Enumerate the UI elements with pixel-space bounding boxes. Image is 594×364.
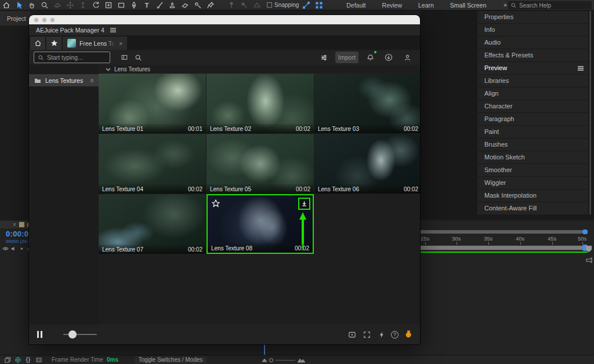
panel-tab-info[interactable]: Info <box>477 24 588 36</box>
tool-dolly-icon[interactable] <box>77 0 89 10</box>
fit-selection-icon[interactable] <box>362 330 371 339</box>
thumbnail-size-slider[interactable] <box>63 330 97 338</box>
toggle-switches-modes-button[interactable]: Toggle Switches / Modes <box>135 356 207 363</box>
filter-sliders-icon[interactable] <box>317 52 331 63</box>
asset-tile-lens-texture-04[interactable]: Lens Texture 0400:02 <box>99 134 206 194</box>
asset-tile-lens-texture-07[interactable]: Lens Texture 0700:02 <box>99 194 206 254</box>
tool-puppet-pin-icon[interactable] <box>204 0 217 10</box>
timeline-zoom-slider[interactable] <box>269 358 273 362</box>
tool-rectangle-icon[interactable] <box>115 0 128 10</box>
panel-tab-effects-presets[interactable]: Effects & Presets <box>477 49 588 61</box>
panel-menu-icon[interactable] <box>578 66 584 71</box>
solo-icon[interactable] <box>19 245 25 252</box>
snapping-checkbox[interactable] <box>267 2 272 8</box>
panel-tab-paragraph[interactable]: Paragraph <box>477 113 588 125</box>
import-button[interactable]: Import <box>335 52 358 63</box>
panel-tab-paint[interactable]: Paint <box>477 126 588 138</box>
tool-clone-stamp-icon[interactable] <box>166 0 179 10</box>
timeline-h-scrollbar[interactable] <box>420 230 582 234</box>
help-icon[interactable]: ? <box>391 331 399 338</box>
favorite-star-icon[interactable] <box>212 199 220 208</box>
workspace-learn[interactable]: Learn <box>418 2 434 9</box>
toggle-sidebar-icon[interactable] <box>117 52 131 63</box>
asset-tile-lens-texture-08-selected[interactable]: Lens Texture 0800:02 <box>207 194 314 254</box>
plugin-menu-icon[interactable] <box>110 28 116 32</box>
panel-tab-properties[interactable]: Properties <box>477 11 588 23</box>
help-search-input[interactable] <box>519 2 589 9</box>
help-search-box[interactable] <box>508 1 592 9</box>
favorites-tab-button[interactable] <box>46 37 61 50</box>
workspace-review[interactable]: Review <box>382 2 402 9</box>
tool-zoom-icon[interactable] <box>38 0 51 10</box>
asset-tile-lens-texture-03[interactable]: Lens Texture 0300:02 <box>314 74 420 133</box>
snap-grid-icon[interactable] <box>313 0 325 10</box>
panel-tab-preview[interactable]: Preview <box>477 62 588 74</box>
snapping-toggle[interactable]: Snapping <box>267 2 299 8</box>
video-visibility-icon[interactable] <box>2 245 9 252</box>
snap-node-icon[interactable] <box>300 0 313 10</box>
tool-home-icon[interactable] <box>0 0 13 10</box>
asset-tile-lens-texture-05[interactable]: Lens Texture 0500:02 <box>207 134 314 194</box>
mask-tracker-icon[interactable] <box>238 0 251 10</box>
home-tab-button[interactable] <box>30 37 45 50</box>
playhead-indicator[interactable] <box>264 344 265 355</box>
panel-tab-wiggler[interactable]: Wiggler <box>477 177 588 189</box>
preview-player-icon[interactable] <box>347 330 357 339</box>
window-titlebar[interactable] <box>29 15 420 24</box>
download-asset-button[interactable] <box>298 198 310 210</box>
aejuice-logo-icon[interactable] <box>404 330 413 339</box>
asset-tile-lens-texture-02[interactable]: Lens Texture 0200:02 <box>207 74 314 133</box>
comp-marker-icon[interactable] <box>585 245 592 253</box>
panel-tab-libraries[interactable]: Libraries <box>477 75 588 87</box>
pause-previews-button[interactable] <box>37 331 42 338</box>
tool-brush-icon[interactable] <box>153 0 166 10</box>
asset-tile-lens-texture-06[interactable]: Lens Texture 0600:02 <box>314 134 420 194</box>
tool-pen-icon[interactable] <box>128 0 140 10</box>
right-panel-scrollbar[interactable] <box>589 11 591 214</box>
timeline-scrollbar-handle[interactable] <box>582 230 588 234</box>
project-panel-tab[interactable]: Project <box>0 11 30 26</box>
tool-roto-brush-icon[interactable] <box>191 0 204 10</box>
account-person-icon[interactable] <box>400 52 414 63</box>
film-frames-icon[interactable] <box>35 356 42 363</box>
tool-orbit-icon[interactable] <box>51 0 64 10</box>
minimize-window-icon[interactable] <box>42 18 46 22</box>
tool-eraser-icon[interactable] <box>179 0 191 10</box>
comp-mini-flowchart-icon[interactable] <box>585 257 593 264</box>
zoom-window-icon[interactable] <box>50 18 55 22</box>
lightning-bolt-icon[interactable] <box>376 330 386 339</box>
downloads-icon[interactable] <box>382 52 396 63</box>
tab-close-icon[interactable]: × <box>119 40 122 47</box>
sidebar-item-lens-textures[interactable]: Lens Textures 8 <box>29 74 99 86</box>
duplicate-layers-icon[interactable] <box>3 356 11 363</box>
pack-tab-free-lens-textures[interactable]: Free Lens Textures × <box>63 37 127 50</box>
motion-tracker-icon[interactable] <box>225 0 238 10</box>
audio-mute-icon[interactable] <box>10 245 17 252</box>
notifications-bell-icon[interactable] <box>363 52 377 63</box>
comp-tab-close-icon[interactable]: × <box>13 221 16 228</box>
panel-tab-motion-sketch[interactable]: Motion Sketch <box>477 151 588 163</box>
workspace-overflow-chevron[interactable]: » <box>504 2 507 8</box>
asset-tile-lens-texture-01[interactable]: Lens Texture 0100:01 <box>99 74 206 133</box>
close-window-icon[interactable] <box>34 18 38 22</box>
panel-tab-mask-interpolation[interactable]: Mask Interpolation <box>477 190 588 202</box>
live-update-icon[interactable] <box>14 356 21 363</box>
pack-search-box[interactable] <box>34 52 110 63</box>
panel-tab-content-aware-fill[interactable]: Content-Aware Fill <box>477 202 588 214</box>
pack-search-input[interactable] <box>47 54 106 61</box>
zoom-in-mountains-icon[interactable] <box>298 358 305 363</box>
tool-hand-icon[interactable] <box>26 0 38 10</box>
tool-rotation-icon[interactable] <box>89 0 102 10</box>
workspace-small-screen[interactable]: Small Screen <box>450 2 486 9</box>
slider-knob[interactable] <box>68 330 77 338</box>
expression-braces-icon[interactable]: {} <box>24 356 32 363</box>
tool-pan-behind-icon[interactable] <box>102 0 115 10</box>
zoom-out-mountain-icon[interactable] <box>262 358 267 362</box>
timeline-zoom-track[interactable] <box>276 360 295 361</box>
panel-tab-brushes[interactable]: Brushes <box>477 139 588 151</box>
collection-header[interactable]: Lens Textures <box>99 65 420 74</box>
panel-tab-align[interactable]: Align <box>477 88 588 100</box>
search-view-icon[interactable] <box>131 52 145 63</box>
tool-pan-camera-icon[interactable] <box>64 0 77 10</box>
panel-tab-smoother[interactable]: Smoother <box>477 164 588 176</box>
